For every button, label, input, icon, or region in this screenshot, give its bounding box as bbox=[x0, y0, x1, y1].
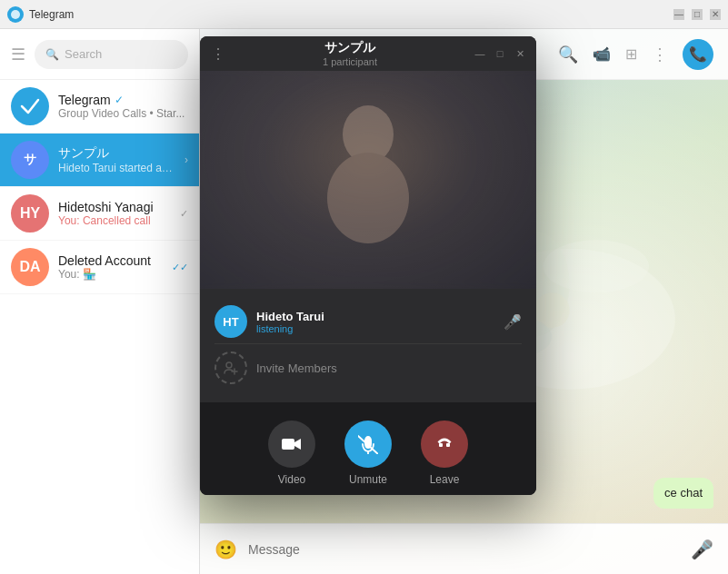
video-button-wrap: Video bbox=[268, 421, 315, 486]
chat-item-sample[interactable]: サ サンプル Hideto Tarui started a v... › bbox=[0, 134, 199, 187]
video-button[interactable] bbox=[268, 421, 315, 468]
call-minimize-button[interactable]: — bbox=[474, 48, 485, 59]
close-button[interactable]: ✕ bbox=[710, 9, 721, 20]
avatar bbox=[11, 87, 49, 125]
avatar: HY bbox=[11, 194, 49, 233]
window-controls[interactable]: — □ ✕ bbox=[673, 9, 721, 20]
chat-item-telegram[interactable]: Telegram ✓ Group Video Calls • Star... bbox=[0, 80, 199, 134]
svg-rect-9 bbox=[282, 439, 294, 450]
participant-avatar: HT bbox=[214, 305, 247, 338]
mic-muted-icon: 🎤 bbox=[504, 313, 522, 331]
read-double-tick: ✓✓ bbox=[172, 262, 188, 273]
phone-icon: 📞 bbox=[689, 45, 707, 63]
chat-preview: Hideto Tarui started a v... bbox=[58, 162, 175, 174]
call-maximize-button[interactable]: □ bbox=[494, 48, 505, 59]
chat-info: Telegram ✓ Group Video Calls • Star... bbox=[58, 93, 188, 120]
more-icon[interactable]: ⋮ bbox=[652, 45, 668, 64]
videocam-icon[interactable]: 📹 bbox=[593, 45, 611, 63]
chat-item-hidetoshi[interactable]: HY Hidetoshi Yanagi You: Cancelled call … bbox=[0, 187, 199, 241]
menu-icon[interactable]: ☰ bbox=[11, 45, 25, 64]
emoji-icon[interactable]: 🙂 bbox=[214, 539, 237, 560]
search-placeholder: Search bbox=[65, 47, 102, 61]
invite-row[interactable]: Invite Members bbox=[214, 344, 522, 391]
columns-icon[interactable]: ⊞ bbox=[625, 45, 637, 63]
leave-label: Leave bbox=[430, 473, 460, 486]
sidebar: ☰ 🔍 Search Telegram ✓ Gro bbox=[0, 29, 200, 574]
svg-point-0 bbox=[11, 10, 20, 19]
app-icon bbox=[7, 6, 24, 23]
search-icon[interactable]: 🔍 bbox=[558, 45, 578, 64]
call-close-button[interactable]: ✕ bbox=[514, 48, 525, 59]
search-icon: 🔍 bbox=[45, 48, 59, 61]
unmute-button-wrap: Unmute bbox=[344, 421, 392, 486]
chat-preview: You: Cancelled call bbox=[58, 214, 171, 227]
chat-header-actions: 🔍 📹 ⊞ ⋮ 📞 bbox=[558, 39, 713, 70]
chat-name: Hidetoshi Yanagi bbox=[58, 200, 154, 214]
leave-button-wrap: Leave bbox=[421, 421, 468, 486]
message-bubble: ce chat bbox=[653, 478, 713, 509]
chat-preview: Group Video Calls • Star... bbox=[58, 107, 188, 120]
chat-input[interactable] bbox=[248, 533, 680, 566]
chat-input-bar: 🙂 🎤 bbox=[200, 523, 728, 574]
video-label: Video bbox=[278, 473, 305, 486]
svg-rect-13 bbox=[446, 443, 450, 447]
participants-panel: HT Hideto Tarui listening 🎤 Invite Membe… bbox=[200, 289, 536, 402]
titlebar: Telegram — □ ✕ bbox=[0, 0, 728, 29]
call-title-center: サンプル 1 participant bbox=[233, 40, 467, 67]
chat-preview: You: 🏪 bbox=[58, 268, 163, 281]
svg-point-7 bbox=[327, 153, 409, 243]
participant-info: Hideto Tarui listening bbox=[256, 310, 494, 334]
chat-meta: ✓ bbox=[180, 208, 188, 220]
video-call-overlay: ⋮ サンプル 1 participant — □ ✕ HT Hideto Tar… bbox=[200, 36, 536, 495]
video-area bbox=[200, 71, 536, 289]
phone-button[interactable]: 📞 bbox=[683, 39, 713, 70]
avatar: サ bbox=[11, 141, 49, 179]
chat-name: Telegram bbox=[58, 93, 111, 107]
maximize-button[interactable]: □ bbox=[692, 9, 703, 20]
search-box[interactable]: 🔍 Search bbox=[35, 40, 188, 69]
minimize-button[interactable]: — bbox=[673, 9, 684, 20]
titlebar-title: Telegram bbox=[29, 8, 673, 21]
leave-button[interactable] bbox=[421, 421, 468, 468]
svg-rect-12 bbox=[439, 443, 443, 447]
svg-point-8 bbox=[226, 362, 232, 368]
chat-meta: ✓✓ bbox=[172, 262, 188, 273]
message-text: ce chat bbox=[664, 485, 703, 501]
call-menu-icon[interactable]: ⋮ bbox=[211, 45, 225, 63]
participant-status: listening bbox=[256, 323, 494, 334]
participant-name: Hideto Tarui bbox=[256, 310, 494, 323]
chat-item-deleted[interactable]: DA Deleted Account You: 🏪 ✓✓ bbox=[0, 241, 199, 294]
chat-meta: › bbox=[184, 153, 188, 166]
call-window-controls: — □ ✕ bbox=[474, 48, 525, 59]
participant-row: HT Hideto Tarui listening 🎤 bbox=[214, 300, 522, 343]
call-titlebar: ⋮ サンプル 1 participant — □ ✕ bbox=[200, 36, 536, 71]
read-tick: ✓ bbox=[180, 208, 188, 220]
chat-info: Hidetoshi Yanagi You: Cancelled call bbox=[58, 200, 171, 227]
mic-icon[interactable]: 🎤 bbox=[691, 539, 713, 560]
invite-label: Invite Members bbox=[256, 361, 337, 375]
verified-badge: ✓ bbox=[115, 94, 124, 106]
chat-name: サンプル bbox=[58, 145, 109, 162]
chat-list: Telegram ✓ Group Video Calls • Star... サ… bbox=[0, 80, 199, 574]
call-title-name: サンプル bbox=[233, 40, 467, 56]
unmute-button[interactable] bbox=[344, 421, 392, 468]
avatar: DA bbox=[11, 248, 49, 286]
call-subtitle: 1 participant bbox=[233, 56, 467, 67]
call-controls: Video Unmute Leave bbox=[200, 402, 536, 495]
invite-icon bbox=[214, 351, 247, 384]
chat-arrow: › bbox=[184, 153, 188, 166]
sidebar-header: ☰ 🔍 Search bbox=[0, 29, 199, 80]
chat-info: サンプル Hideto Tarui started a v... bbox=[58, 145, 175, 174]
chat-info: Deleted Account You: 🏪 bbox=[58, 253, 163, 281]
chat-name: Deleted Account bbox=[58, 253, 151, 268]
unmute-label: Unmute bbox=[349, 473, 387, 486]
